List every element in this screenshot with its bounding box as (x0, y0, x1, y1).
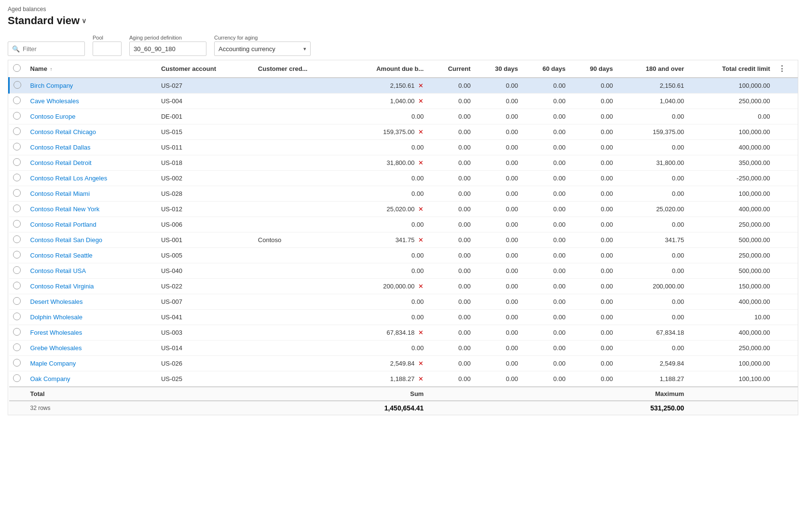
row-total-credit: 400,000.00 (688, 140, 774, 155)
row-90days: 0.00 (569, 263, 616, 279)
row-checkbox[interactable] (14, 81, 21, 89)
row-checkbox[interactable] (13, 205, 21, 212)
row-customer-cred (254, 171, 342, 186)
column-more-icon[interactable]: ⋮ (778, 65, 786, 73)
row-180over: 31,800.00 (617, 155, 688, 171)
search-icon: 🔍 (12, 45, 20, 53)
row-30days: 0.00 (475, 94, 522, 109)
row-checkbox[interactable] (13, 297, 21, 305)
row-checkbox[interactable] (13, 189, 21, 197)
row-checkbox[interactable] (13, 96, 21, 104)
row-180over: 0.00 (617, 263, 688, 279)
row-customer-cred (254, 310, 342, 325)
row-more (774, 171, 798, 186)
row-checkbox[interactable] (13, 282, 21, 289)
row-more (774, 371, 798, 387)
row-checkbox[interactable] (13, 174, 21, 181)
row-checkbox[interactable] (13, 343, 21, 351)
row-checkbox[interactable] (13, 313, 21, 320)
filter-input-wrapper[interactable]: 🔍 (8, 41, 85, 56)
row-checkbox[interactable] (13, 220, 21, 228)
row-name: Dolphin Wholesale (27, 310, 157, 325)
row-current: 0.00 (427, 341, 474, 356)
row-name-link[interactable]: Contoso Retail Los Angeles (30, 175, 108, 182)
overdue-icon: ✕ (418, 236, 423, 244)
row-name-link[interactable]: Contoso Retail Miami (30, 190, 90, 197)
footer-empty6 (569, 387, 616, 401)
pool-input[interactable] (93, 41, 122, 56)
row-customer-account: US-006 (157, 217, 254, 232)
row-checkbox[interactable] (13, 328, 21, 336)
view-chevron-icon[interactable]: ∨ (82, 17, 86, 25)
footer-empty8 (774, 387, 798, 401)
row-name-link[interactable]: Contoso Europe (30, 113, 76, 120)
row-60days: 0.00 (522, 202, 569, 217)
row-name-link[interactable]: Contoso Retail USA (30, 267, 86, 274)
row-select-cell (9, 202, 27, 217)
row-name-link[interactable]: Contoso Retail New York (30, 205, 100, 213)
col-90days: 90 days (569, 60, 616, 78)
row-checkbox[interactable] (13, 158, 21, 166)
row-checkbox[interactable] (13, 266, 21, 274)
row-select-cell (9, 78, 27, 94)
table-row: Dolphin WholesaleUS-0410.000.000.000.000… (9, 310, 798, 325)
sort-icon[interactable]: ↑ (50, 67, 53, 72)
row-name: Contoso Retail Miami (27, 186, 157, 202)
aging-select[interactable]: 30_60_90_180 (129, 41, 206, 56)
row-name-link[interactable]: Contoso Retail Chicago (30, 128, 96, 136)
row-180over: 0.00 (617, 248, 688, 263)
row-name-link[interactable]: Forest Wholesales (30, 329, 82, 336)
row-checkbox[interactable] (13, 359, 21, 367)
overdue-icon: ✕ (418, 283, 423, 290)
col-180over: 180 and over (617, 60, 688, 78)
row-select-cell (9, 371, 27, 387)
row-checkbox[interactable] (13, 112, 21, 120)
row-name-link[interactable]: Contoso Retail Dallas (30, 144, 91, 151)
row-checkbox[interactable] (13, 374, 21, 382)
row-amount-due: 0.00 (342, 248, 427, 263)
row-checkbox[interactable] (13, 143, 21, 150)
row-more (774, 202, 798, 217)
row-90days: 0.00 (569, 140, 616, 155)
row-name-link[interactable]: Birch Company (30, 82, 73, 89)
row-total-credit: 250,000.00 (688, 248, 774, 263)
row-180over: 25,020.00 (617, 202, 688, 217)
row-60days: 0.00 (522, 248, 569, 263)
row-name-link[interactable]: Oak Company (30, 375, 70, 382)
chevron-down-icon: ▾ (303, 46, 306, 52)
row-90days: 0.00 (569, 356, 616, 371)
row-customer-account: US-011 (157, 140, 254, 155)
row-checkbox[interactable] (13, 127, 21, 135)
overdue-icon: ✕ (418, 329, 423, 336)
row-name-link[interactable]: Grebe Wholesales (30, 344, 82, 352)
row-name-link[interactable]: Cave Wholesales (30, 97, 79, 105)
table-row: Maple CompanyUS-0262,549.84✕0.000.000.00… (9, 356, 798, 371)
row-30days: 0.00 (475, 78, 522, 94)
row-90days: 0.00 (569, 325, 616, 341)
row-checkbox[interactable] (13, 251, 21, 259)
row-amount-due: 0.00 (342, 310, 427, 325)
row-180over: 0.00 (617, 217, 688, 232)
select-all-checkbox[interactable] (13, 64, 21, 72)
row-customer-cred (254, 263, 342, 279)
row-amount-due: 0.00 (342, 109, 427, 124)
row-more (774, 279, 798, 294)
row-60days: 0.00 (522, 356, 569, 371)
row-name: Cave Wholesales (27, 94, 157, 109)
currency-label: Currency for aging (214, 35, 311, 41)
row-name-link[interactable]: Dolphin Wholesale (30, 314, 82, 321)
row-name-link[interactable]: Maple Company (30, 360, 76, 367)
row-name-link[interactable]: Contoso Retail Seattle (30, 252, 93, 259)
row-name-link[interactable]: Contoso Retail Detroit (30, 159, 92, 166)
filter-input[interactable] (23, 45, 81, 53)
row-current: 0.00 (427, 248, 474, 263)
row-current: 0.00 (427, 263, 474, 279)
row-name-link[interactable]: Contoso Retail San Diego (30, 236, 103, 244)
row-name-link[interactable]: Contoso Retail Portland (30, 221, 96, 228)
row-checkbox[interactable] (13, 235, 21, 243)
row-total-credit: 100,000.00 (688, 78, 774, 94)
row-name-link[interactable]: Desert Wholesales (30, 298, 83, 305)
currency-select[interactable]: Accounting currency ▾ (214, 41, 311, 56)
row-name-link[interactable]: Contoso Retail Virginia (30, 283, 94, 290)
row-90days: 0.00 (569, 109, 616, 124)
